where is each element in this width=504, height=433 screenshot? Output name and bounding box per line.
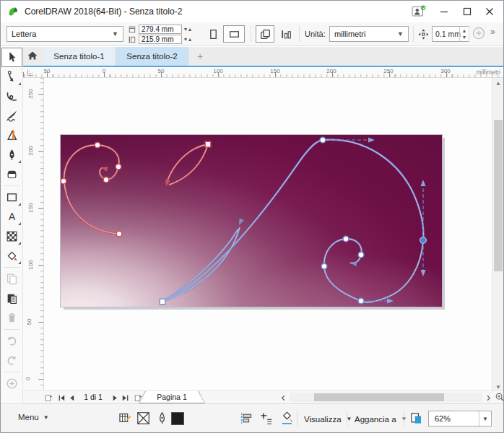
no-fill-icon[interactable] bbox=[136, 411, 151, 426]
add-page-button[interactable] bbox=[43, 393, 53, 403]
curve-node[interactable] bbox=[103, 177, 109, 183]
blue-spiral-group-path[interactable] bbox=[162, 227, 240, 302]
vertical-scroll-thumb[interactable] bbox=[494, 120, 503, 271]
snap-settings-icon[interactable] bbox=[280, 411, 295, 426]
rectangle-tool[interactable] bbox=[1, 188, 22, 207]
curve-node[interactable] bbox=[320, 137, 326, 143]
units-dropdown[interactable]: millimetri ▼ bbox=[329, 26, 409, 42]
control-handle-arrow[interactable] bbox=[421, 180, 426, 186]
smart-drawing-tool[interactable] bbox=[1, 126, 22, 145]
home-icon[interactable] bbox=[27, 50, 41, 64]
dropdown-arrow-icon[interactable]: ▼ bbox=[479, 411, 491, 426]
page-navigation-bar: 1 di 1 Pagina 1 bbox=[23, 390, 503, 403]
menu-button[interactable]: Menu ▼ bbox=[18, 413, 49, 421]
curve-node[interactable] bbox=[95, 142, 100, 148]
view-dropdown[interactable]: Visualizza ▼ bbox=[300, 411, 357, 427]
document-palette-icon[interactable] bbox=[118, 411, 132, 426]
portrait-button[interactable] bbox=[205, 25, 221, 43]
fill-color-swatch[interactable] bbox=[171, 412, 184, 425]
control-handle-arrow[interactable] bbox=[421, 270, 426, 276]
curve-node[interactable] bbox=[61, 178, 66, 184]
control-handle-arrow[interactable] bbox=[368, 138, 375, 143]
red-spiral-group-path[interactable] bbox=[167, 144, 208, 183]
landscape-button[interactable] bbox=[223, 25, 245, 43]
scroll-right-arrow[interactable] bbox=[483, 393, 493, 403]
toolbar-overflow-button[interactable]: » bbox=[490, 27, 495, 37]
artistic-media-tool[interactable] bbox=[1, 106, 22, 126]
previous-page-button[interactable] bbox=[66, 393, 77, 403]
fill-tool[interactable] bbox=[1, 246, 22, 266]
curve-node[interactable] bbox=[116, 164, 121, 170]
vertical-scrollbar[interactable]: ▲ ▼ bbox=[492, 78, 503, 393]
height-spinner[interactable]: ▾▴ bbox=[182, 36, 193, 43]
page-width-field[interactable]: 279.4 mm bbox=[139, 25, 182, 34]
curve-node[interactable] bbox=[358, 298, 364, 304]
curve-end-arrow[interactable] bbox=[164, 179, 170, 187]
sign-in-icon[interactable] bbox=[407, 1, 430, 21]
ruler-label: 250 bbox=[383, 68, 393, 74]
control-handle-arrow[interactable] bbox=[387, 299, 394, 304]
ruler-label: 50 bbox=[26, 319, 32, 325]
all-pages-button[interactable] bbox=[256, 25, 274, 43]
width-spinner[interactable]: ▾▴ bbox=[182, 26, 193, 32]
blue-spiral-group-path[interactable] bbox=[162, 229, 238, 302]
page-tab-label[interactable]: Pagina 1 bbox=[139, 391, 204, 403]
curve-end-arrow[interactable] bbox=[237, 218, 244, 226]
snap-to-dropdown[interactable]: Aggancia a ▼ bbox=[350, 411, 411, 427]
ruler-label: 300 bbox=[440, 68, 450, 74]
page-tab[interactable]: Pagina 1 bbox=[139, 391, 205, 403]
curve-tool[interactable] bbox=[1, 87, 22, 106]
horizontal-ruler[interactable]: millimetri 50050100150200250300 bbox=[23, 67, 503, 78]
next-page-button[interactable] bbox=[110, 393, 120, 403]
curve-node[interactable] bbox=[343, 236, 349, 242]
outline-pen-icon[interactable] bbox=[155, 411, 170, 426]
first-page-button[interactable] bbox=[56, 393, 66, 403]
horizontal-scroll-thumb[interactable] bbox=[314, 393, 444, 401]
alignment-guides-icon[interactable] bbox=[239, 411, 253, 426]
pen-tool[interactable] bbox=[1, 145, 22, 165]
selected-curve-node[interactable] bbox=[420, 237, 427, 244]
paste-button[interactable] bbox=[1, 289, 22, 308]
pick-tool[interactable] bbox=[1, 48, 22, 67]
vertical-ruler[interactable]: 250200150100500 bbox=[23, 78, 44, 390]
nudge-distance-field[interactable]: 0.1 mm ▲▼ bbox=[432, 26, 469, 42]
page-counter: 1 di 1 bbox=[78, 393, 108, 401]
curve-start-node[interactable] bbox=[160, 299, 165, 305]
coreldraw-logo-icon bbox=[6, 5, 19, 18]
last-page-button[interactable] bbox=[120, 393, 130, 403]
tab-senza-titolo-1[interactable]: Senza titolo-1 bbox=[43, 47, 116, 66]
red-spiral-group-path[interactable] bbox=[64, 145, 119, 234]
document-navigator-icon[interactable] bbox=[495, 392, 504, 403]
status-bar: Menu ▼ Visualizza ▼ Aggancia a ▼ 62% ▼ bbox=[1, 403, 503, 433]
dynamic-guides-icon[interactable] bbox=[259, 411, 274, 426]
transparency-tool[interactable] bbox=[1, 227, 22, 246]
scroll-left-arrow[interactable] bbox=[278, 393, 288, 403]
curve-node[interactable] bbox=[321, 263, 327, 269]
curve-node[interactable] bbox=[358, 252, 364, 258]
nudge-spinner[interactable]: ▲▼ bbox=[459, 27, 469, 41]
blue-spiral-group-path[interactable] bbox=[162, 140, 423, 302]
red-spiral-group-path[interactable] bbox=[169, 144, 208, 185]
text-tool[interactable]: A bbox=[1, 207, 22, 227]
copy-button bbox=[1, 269, 22, 289]
ruler-label: 200 bbox=[326, 68, 336, 74]
curve-start-node[interactable] bbox=[205, 141, 211, 147]
page-size-dropdown[interactable]: Lettera ▼ bbox=[6, 26, 123, 42]
shape-tool[interactable] bbox=[1, 67, 22, 87]
page-height-field[interactable]: 215.9 mm bbox=[139, 35, 182, 44]
horizontal-scrollbar[interactable] bbox=[290, 393, 482, 402]
scroll-up-arrow[interactable]: ▲ bbox=[492, 78, 504, 89]
drawing-canvas[interactable] bbox=[44, 78, 493, 390]
current-page-button[interactable] bbox=[277, 25, 295, 43]
tab-senza-titolo-2[interactable]: Senza titolo-2 bbox=[116, 47, 188, 66]
blue-spiral-group-path-core bbox=[162, 227, 240, 302]
eraser-tool[interactable] bbox=[1, 165, 22, 184]
curve-node[interactable] bbox=[116, 231, 122, 237]
close-button[interactable] bbox=[478, 1, 500, 21]
zoom-level-combo[interactable]: 62% ▼ bbox=[428, 411, 492, 427]
toolbox-separator bbox=[4, 329, 19, 330]
svg-text:A: A bbox=[9, 211, 16, 222]
new-document-tab-button[interactable]: + bbox=[191, 47, 209, 66]
minimize-button[interactable] bbox=[433, 1, 455, 21]
maximize-button[interactable] bbox=[456, 1, 478, 21]
